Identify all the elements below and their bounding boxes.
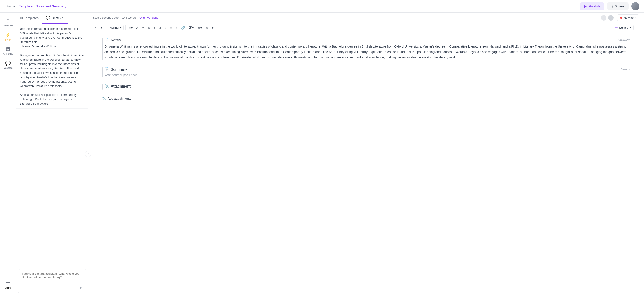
sidebar-icons: ⊙ Brief + SEO ⚡ AI Writer 🖼 AI Images 💬 … — [0, 13, 16, 295]
underline-button[interactable]: U — [157, 25, 162, 30]
word-count-topbar: 144 words — [122, 16, 136, 20]
sidebar-item-brief-seo[interactable]: ⊙ Brief + SEO — [0, 16, 16, 29]
editing-pencil-icon: ✏ — [615, 26, 618, 29]
editor-toolbar: ↩ ↪ Normal ▾ ≡ ▾ A ✏ B — [88, 23, 644, 32]
new-item-label: New Item — [624, 16, 636, 20]
highlight-button[interactable]: ✏ — [140, 25, 146, 30]
style-chevron-icon: ▾ — [120, 26, 122, 29]
ordered-list-button[interactable]: ≡ — [174, 25, 179, 30]
toolbar-separator-1 — [106, 26, 106, 30]
summary-title-text: Summary — [111, 68, 127, 72]
panel-collapse-button[interactable]: ‹ — [85, 151, 91, 157]
publish-icon: ▶ — [584, 4, 587, 8]
chat-input[interactable] — [22, 272, 82, 284]
avatar[interactable] — [631, 2, 640, 10]
sidebar-item-message[interactable]: 💬 Message — [0, 59, 16, 71]
notes-section: 📄 Notes 144 words Dr. Amelia Whitman is … — [102, 38, 630, 60]
toolbar-separator-2 — [125, 26, 126, 30]
align-button[interactable]: ≡ ▾ — [128, 25, 134, 30]
table-button[interactable]: ⊞ ▾ — [196, 25, 204, 30]
sidebar-item-more[interactable]: ••• More — [4, 278, 12, 292]
notes-title-row: 📄 Notes 144 words — [104, 38, 630, 42]
editor-area: Saved seconds ago 144 words Older versio… — [88, 13, 644, 295]
attachment-section: 📎 Attachment — [102, 84, 630, 90]
home-link[interactable]: ‹ Home — [4, 4, 15, 8]
more-label: More — [4, 286, 12, 290]
underlined-text: With a Bachelor's degree in English Lite… — [104, 45, 626, 54]
summary-word-count: 0 words — [621, 68, 630, 71]
attachment-title: 📎 Attachment — [104, 84, 630, 88]
panel-tabs: ⊞ Templates 💬 ChatGPT — [16, 13, 88, 24]
clear-format-icon: ✕ — [206, 26, 208, 30]
chat-message: Use this information to create a speaker… — [16, 24, 88, 109]
image-button[interactable]: 🖼 ▾ — [187, 25, 195, 30]
sidebar-item-ai-writer[interactable]: ⚡ AI Writer — [0, 30, 16, 43]
notes-title: 📄 Notes — [104, 38, 121, 42]
avatar-collaborator-2 — [608, 15, 614, 21]
redo-button[interactable]: ↪ — [98, 25, 104, 30]
table-chevron-icon: ▾ — [200, 26, 202, 30]
link-icon: 🔗 — [181, 26, 185, 30]
editor-topbar-left: Saved seconds ago 144 words Older versio… — [93, 16, 158, 20]
italic-button[interactable]: I — [153, 25, 156, 30]
chevron-left-icon: ‹ — [88, 152, 88, 156]
top-bar-right: ▶ Publish ↑ Share — [580, 2, 640, 10]
summary-placeholder[interactable]: Your content goes here ... — [104, 73, 630, 77]
notes-word-count: 144 words — [618, 38, 630, 42]
table-icon: ⊞ — [197, 26, 200, 30]
clear-format-button[interactable]: ✕ — [204, 25, 210, 30]
add-attachments[interactable]: 📎 Add attachments — [102, 97, 630, 100]
ordered-list-icon: ≡ — [176, 26, 178, 30]
style-select[interactable]: Normal ▾ — [108, 25, 124, 30]
italic-icon: I — [154, 26, 155, 30]
share-label: Share — [615, 4, 624, 8]
tab-templates[interactable]: ⊞ Templates — [16, 13, 42, 24]
strikethrough-button[interactable]: S — [163, 25, 168, 30]
home-label: Home — [7, 4, 15, 8]
new-item-button[interactable]: New Item — [617, 14, 640, 21]
ai-writer-icon: ⚡ — [5, 32, 11, 38]
notes-body[interactable]: Dr. Amelia Whitman is a renowned figure … — [104, 44, 630, 60]
attachment-title-text: Attachment — [111, 84, 130, 88]
bullet-list-button[interactable]: ≡ — [169, 25, 174, 30]
breadcrumb-prefix: Template: — [19, 4, 34, 8]
editor-content: 📄 Notes 144 words Dr. Amelia Whitman is … — [88, 32, 644, 295]
special-char-button[interactable]: ⊘ — [210, 25, 216, 30]
editing-select[interactable]: ✏ Editing ▾ — [613, 25, 634, 30]
summary-icon: 📄 — [104, 67, 109, 72]
text-color-icon: A — [136, 26, 138, 30]
notes-icon: 📄 — [104, 38, 109, 42]
link-button[interactable]: 🔗 — [180, 25, 186, 30]
brief-seo-label: Brief + SEO — [2, 24, 14, 27]
more-options-button[interactable]: ⋯ — [634, 25, 640, 30]
chatgpt-tab-icon: 💬 — [46, 16, 50, 20]
chat-input-footer: ➤ — [22, 285, 82, 290]
editor-topbar: Saved seconds ago 144 words Older versio… — [88, 13, 644, 23]
publish-button[interactable]: ▶ Publish — [580, 2, 604, 10]
publish-label: Publish — [589, 4, 600, 8]
share-button[interactable]: ↑ Share — [607, 2, 629, 10]
older-versions-link[interactable]: Older versions — [139, 16, 158, 20]
templates-tab-label: Templates — [24, 16, 38, 20]
top-bar-left: ‹ Home Template: Notes and Summary — [4, 4, 66, 8]
sidebar-item-ai-images[interactable]: 🖼 AI Images — [0, 45, 16, 57]
editing-label: Editing — [619, 26, 628, 29]
chat-message-text: Use this information to create a speaker… — [20, 27, 84, 105]
strikethrough-icon: S — [164, 26, 167, 30]
templates-tab-icon: ⊞ — [20, 16, 23, 20]
underline-icon: U — [158, 26, 161, 30]
text-color-button[interactable]: A — [135, 25, 140, 30]
send-button[interactable]: ➤ — [79, 285, 82, 290]
bold-button[interactable]: B — [147, 25, 152, 30]
more-icon: ••• — [6, 280, 10, 285]
align-icon: ≡ — [129, 26, 130, 30]
undo-button[interactable]: ↩ — [92, 25, 98, 30]
image-icon: 🖼 — [188, 26, 192, 30]
tab-chatgpt[interactable]: 💬 ChatGPT — [42, 13, 68, 24]
saved-label: Saved seconds ago — [93, 16, 118, 20]
align-chevron-icon: ▾ — [131, 26, 132, 30]
summary-divider — [102, 67, 102, 77]
summary-section: 📄 Summary 0 words Your content goes here… — [102, 67, 630, 77]
undo-icon: ↩ — [93, 26, 96, 30]
panel-content: Use this information to create a speaker… — [16, 24, 88, 267]
